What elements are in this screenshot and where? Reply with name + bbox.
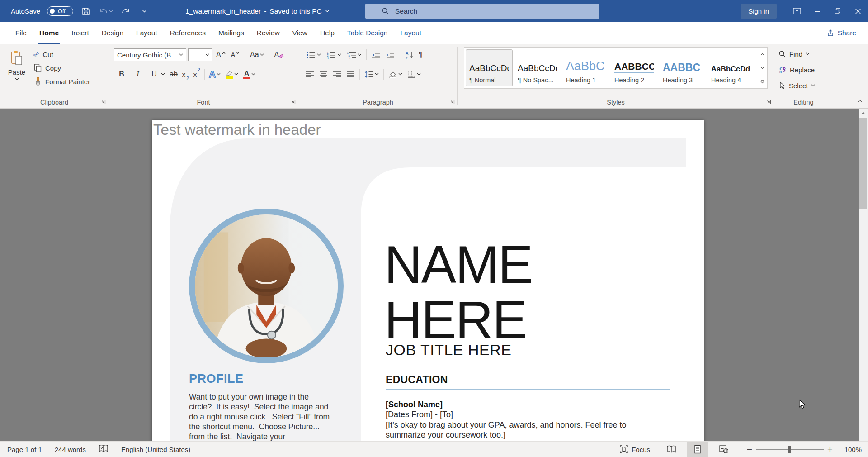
tab-table-layout[interactable]: Layout <box>394 22 428 44</box>
web-layout-button[interactable] <box>713 442 734 457</box>
style-heading-2[interactable]: AABBCC Heading 2 <box>611 49 658 86</box>
education-body-text[interactable]: [It’s okay to brag about your GPA, award… <box>386 420 651 440</box>
save-status-text[interactable]: Saved to this PC <box>269 7 321 15</box>
tab-references[interactable]: References <box>164 22 212 44</box>
style-no-spacing[interactable]: AaBbCcDd ¶ No Spac... <box>514 49 561 86</box>
tab-table-design[interactable]: Table Design <box>341 22 394 44</box>
show-formatting-marks-button[interactable]: ¶ <box>417 48 425 62</box>
clipboard-dialog-launcher[interactable] <box>99 98 107 105</box>
close-button[interactable] <box>848 0 868 22</box>
profile-body-text[interactable]: Want to put your own image in the circle… <box>189 392 331 441</box>
vertical-scrollbar[interactable] <box>859 109 868 441</box>
copy-button[interactable]: Copy <box>33 61 90 75</box>
word-count[interactable]: 244 words <box>55 446 86 453</box>
increase-indent-button[interactable] <box>384 48 397 62</box>
resume-job-title[interactable]: JOB TITLE HERE <box>386 341 511 359</box>
language-indicator[interactable]: English (United States) <box>121 446 190 453</box>
paragraph-dialog-launcher[interactable] <box>448 98 456 105</box>
tab-insert[interactable]: Insert <box>65 22 95 44</box>
redo-button[interactable] <box>120 5 132 18</box>
profile-heading[interactable]: PROFILE <box>189 372 244 386</box>
save-button[interactable] <box>80 5 92 18</box>
tab-help[interactable]: Help <box>314 22 341 44</box>
bold-button[interactable]: B <box>114 67 129 81</box>
focus-mode-button[interactable]: Focus <box>619 445 650 454</box>
ribbon-display-options-button[interactable] <box>787 0 807 22</box>
shrink-font-button[interactable]: A <box>229 48 241 62</box>
print-layout-button[interactable] <box>687 442 708 457</box>
text-highlight-button[interactable] <box>223 67 240 81</box>
education-dates[interactable]: [Dates From] - [To] <box>386 410 453 419</box>
minimize-button[interactable] <box>807 0 827 22</box>
text-effects-button[interactable]: A <box>207 67 222 81</box>
header-watermark-text[interactable]: Test watermark in header <box>153 121 321 138</box>
search-input[interactable] <box>395 7 567 15</box>
paste-button[interactable]: Paste <box>4 47 30 96</box>
styles-gallery-more-button[interactable] <box>757 75 767 88</box>
tab-design[interactable]: Design <box>95 22 130 44</box>
style-normal[interactable]: AaBbCcDd ¶ Normal <box>466 49 513 86</box>
justify-button[interactable] <box>344 67 357 81</box>
font-size-combo[interactable] <box>188 48 212 61</box>
borders-button[interactable] <box>406 67 423 81</box>
autosave-toggle[interactable]: Off <box>47 6 73 16</box>
superscript-button[interactable]: x2 <box>192 67 202 81</box>
share-button[interactable]: Share <box>826 22 856 44</box>
zoom-in-button[interactable]: + <box>824 444 836 455</box>
customize-qat-button[interactable] <box>138 5 150 18</box>
style-heading-1[interactable]: AaBbC Heading 1 <box>562 49 609 86</box>
grow-font-button[interactable]: A <box>214 48 227 62</box>
find-button[interactable]: Find <box>778 48 810 60</box>
collapse-ribbon-button[interactable] <box>857 96 863 105</box>
clear-formatting-button[interactable]: A <box>273 48 286 62</box>
tab-layout[interactable]: Layout <box>130 22 164 44</box>
zoom-level[interactable]: 100% <box>836 446 862 453</box>
strikethrough-button[interactable]: ab <box>168 67 179 81</box>
scrollbar-thumb[interactable] <box>859 118 867 209</box>
line-spacing-button[interactable] <box>363 67 381 81</box>
zoom-slider[interactable] <box>756 442 824 457</box>
font-dialog-launcher[interactable] <box>289 98 297 105</box>
underline-button[interactable]: U <box>146 67 167 81</box>
align-left-button[interactable] <box>304 67 316 81</box>
education-school-name[interactable]: [School Name] <box>386 400 443 409</box>
zoom-slider-thumb[interactable] <box>788 446 791 453</box>
profile-photo[interactable] <box>189 209 344 363</box>
style-heading-4[interactable]: AaBbCcDd Heading 4 <box>708 49 755 86</box>
tab-file[interactable]: File <box>9 22 33 44</box>
save-status-dropdown-icon[interactable] <box>325 10 330 13</box>
cut-button[interactable]: ✂ Cut <box>33 48 90 61</box>
decrease-indent-button[interactable] <box>369 48 382 62</box>
shading-button[interactable] <box>387 67 404 81</box>
styles-scroll-up-button[interactable] <box>757 48 767 61</box>
undo-button[interactable] <box>99 7 113 15</box>
style-heading-3[interactable]: AABBC Heading 3 <box>659 49 706 86</box>
font-color-button[interactable]: A <box>241 67 257 81</box>
restore-button[interactable] <box>827 0 848 22</box>
page-indicator[interactable]: Page 1 of 1 <box>7 446 42 453</box>
format-painter-button[interactable]: Format Painter <box>33 75 90 88</box>
tab-review[interactable]: Review <box>250 22 286 44</box>
tab-view[interactable]: View <box>286 22 314 44</box>
align-center-button[interactable] <box>317 67 330 81</box>
tab-mailings[interactable]: Mailings <box>212 22 250 44</box>
scrollbar-up-arrow[interactable] <box>859 109 868 117</box>
align-right-button[interactable] <box>331 67 343 81</box>
multilevel-list-button[interactable]: 1ai <box>344 48 363 62</box>
styles-scroll-down-button[interactable] <box>757 61 767 75</box>
font-family-combo[interactable]: Century Gothic (B <box>114 48 186 61</box>
proofing-status-button[interactable] <box>99 444 108 454</box>
change-case-button[interactable]: Aa <box>248 48 266 62</box>
replace-button[interactable]: bc Replace <box>778 63 815 76</box>
numbering-button[interactable]: 123 <box>324 48 343 62</box>
resume-name[interactable]: NAME HERE <box>384 237 532 348</box>
search-box[interactable] <box>365 4 599 19</box>
sort-button[interactable]: AZ <box>403 48 415 62</box>
sign-in-button[interactable]: Sign in <box>741 4 777 19</box>
italic-button[interactable]: I <box>130 67 146 81</box>
bullets-button[interactable] <box>304 48 323 62</box>
subscript-button[interactable]: x2 <box>180 67 191 81</box>
read-mode-button[interactable] <box>661 442 682 457</box>
tab-home[interactable]: Home <box>33 22 65 44</box>
document-page[interactable]: Test watermark in header <box>152 120 704 441</box>
